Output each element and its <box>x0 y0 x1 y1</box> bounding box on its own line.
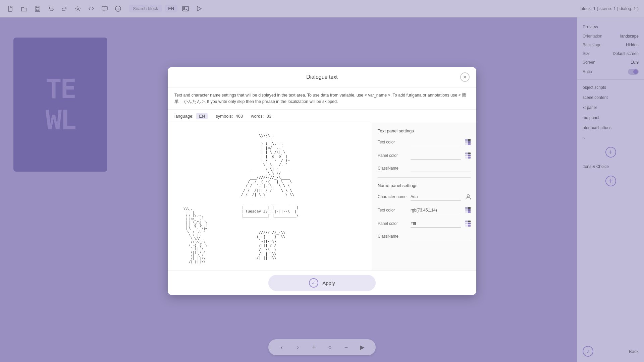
panel-color-input[interactable] <box>411 152 461 160</box>
modal-title: Dialogue text <box>306 74 337 80</box>
svg-rect-25 <box>465 209 468 211</box>
symbols-value: 468 <box>235 114 243 119</box>
modal-footer: ✓ Apply <box>168 270 476 295</box>
modal-description: Text and character name settings that wi… <box>168 87 476 110</box>
svg-rect-16 <box>465 157 468 159</box>
svg-point-22 <box>467 195 470 197</box>
svg-rect-15 <box>468 139 471 141</box>
character-name-label: Character name <box>378 194 408 199</box>
svg-rect-14 <box>465 139 468 141</box>
character-icon[interactable] <box>464 192 473 201</box>
name-text-color-picker-button[interactable] <box>464 205 473 215</box>
svg-rect-18 <box>465 155 468 156</box>
language-value[interactable]: EN <box>196 113 208 119</box>
language-label: language: <box>174 114 194 119</box>
svg-rect-11 <box>468 143 471 145</box>
svg-rect-17 <box>468 157 471 159</box>
name-text-color-label: Text color <box>378 208 408 213</box>
apply-label: Apply <box>322 280 335 286</box>
modal-body: \\\\\ , ` ` | ) ( |\.--. | |</_ -.' | | … <box>168 123 476 270</box>
svg-rect-27 <box>465 207 468 209</box>
panel-color-picker-button[interactable] <box>464 151 473 160</box>
svg-rect-31 <box>465 223 468 224</box>
modal-dialog: Dialogue text ✕ Text and character name … <box>168 67 476 295</box>
text-color-label: Text color <box>378 140 408 144</box>
name-text-color-input[interactable] <box>411 206 461 214</box>
name-panel-settings-title: Name panel settings <box>378 183 471 188</box>
text-color-picker-button[interactable] <box>464 137 473 147</box>
name-panel-color-picker-button[interactable] <box>464 219 473 228</box>
name-class-name-row: ClassName <box>378 232 471 240</box>
name-panel-color-label: Panel color <box>378 221 408 226</box>
name-text-color-row: Text color <box>378 205 471 215</box>
modal-stats: language: EN symbols: 468 words: 83 <box>168 110 476 123</box>
words-stat: words: 83 <box>251 114 271 119</box>
svg-rect-12 <box>465 141 468 143</box>
name-class-name-input[interactable] <box>411 232 471 240</box>
name-class-name-label: ClassName <box>378 234 408 239</box>
class-name-label: ClassName <box>378 166 408 171</box>
symbols-label: symbols: <box>216 114 233 119</box>
class-name-input[interactable] <box>411 164 471 172</box>
apply-check-icon: ✓ <box>309 278 318 288</box>
panel-color-label: Panel color <box>378 153 408 158</box>
modal-close-button[interactable]: ✕ <box>460 72 470 82</box>
name-panel-color-row: Panel color <box>378 219 471 228</box>
settings-panel: Text panel settings Text color Panel col… <box>372 123 476 270</box>
apply-button[interactable]: ✓ Apply <box>268 275 376 291</box>
svg-rect-28 <box>468 207 471 209</box>
symbols-stat: symbols: 468 <box>216 114 243 119</box>
character-name-input[interactable] <box>411 193 461 201</box>
svg-rect-30 <box>468 225 471 227</box>
svg-rect-24 <box>468 211 471 213</box>
modal-header: Dialogue text ✕ <box>168 67 476 87</box>
svg-rect-13 <box>468 141 471 143</box>
panel-color-row: Panel color <box>378 151 471 160</box>
class-name-row: ClassName <box>378 164 471 172</box>
settings-divider <box>378 177 471 178</box>
svg-rect-32 <box>468 223 471 224</box>
name-panel-color-input[interactable] <box>411 220 461 228</box>
svg-rect-26 <box>468 209 471 211</box>
svg-rect-29 <box>465 225 468 227</box>
text-color-input[interactable] <box>411 138 461 146</box>
text-color-row: Text color <box>378 137 471 147</box>
svg-rect-21 <box>468 153 471 154</box>
svg-rect-10 <box>465 143 468 145</box>
text-preview: \\\\\ , ` ` | ) ( |\.--. | |</_ -.' | | … <box>168 123 372 270</box>
svg-rect-19 <box>468 155 471 156</box>
modal-overlay[interactable]: Dialogue text ✕ Text and character name … <box>0 0 644 362</box>
svg-rect-34 <box>468 221 471 222</box>
character-name-row: Character name <box>378 192 471 201</box>
text-panel-settings-title: Text panel settings <box>378 128 471 133</box>
words-value: 83 <box>266 114 271 119</box>
words-label: words: <box>251 114 264 119</box>
svg-rect-23 <box>465 211 468 213</box>
svg-rect-20 <box>465 153 468 154</box>
language-stat: language: EN <box>174 113 208 119</box>
svg-rect-33 <box>465 221 468 222</box>
